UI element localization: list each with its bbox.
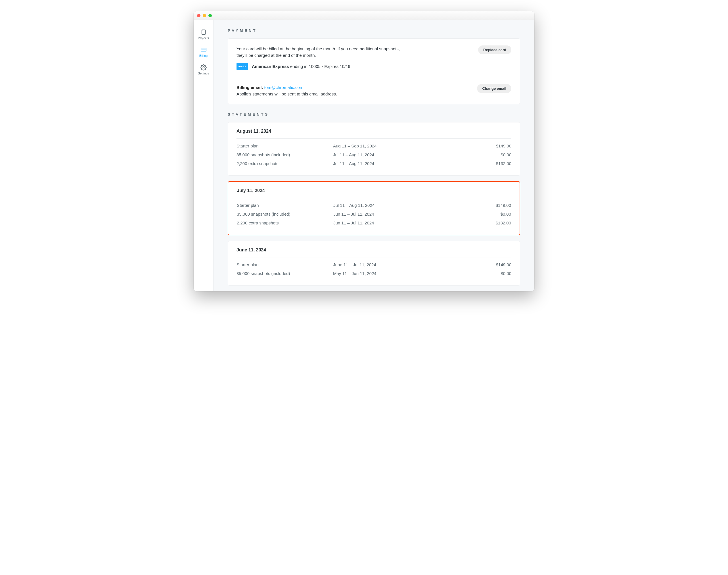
line-amount: $132.00: [477, 221, 511, 225]
statement-line: 2,200 extra snapshotsJul 11 – Aug 11, 20…: [236, 159, 511, 168]
line-description: Starter plan: [236, 262, 333, 267]
statement-card[interactable]: June 11, 2024Starter planJune 11 – Jul 1…: [228, 241, 520, 285]
statement-rows: Starter planAug 11 – Sep 11, 2024$149.00…: [228, 139, 520, 175]
card-on-file: AMEX American Express ending in 10005 - …: [236, 63, 407, 70]
statement-line: Starter planJul 11 – Aug 11, 2024$149.00: [237, 201, 511, 210]
line-description: 2,200 extra snapshots: [237, 221, 333, 225]
change-email-button[interactable]: Change email: [477, 84, 511, 93]
statement-date: August 11, 2024: [228, 123, 520, 138]
main-content: PAYMENT Your card will be billed at the …: [214, 20, 534, 291]
line-amount: $132.00: [477, 161, 511, 166]
billing-email-note: Apollo's statements will be sent to this…: [236, 91, 337, 97]
statement-rows: Starter planJul 11 – Aug 11, 2024$149.00…: [228, 198, 520, 235]
line-period: Jul 11 – Aug 11, 2024: [333, 152, 477, 157]
statement-card[interactable]: August 11, 2024Starter planAug 11 – Sep …: [228, 122, 520, 176]
payment-heading: PAYMENT: [228, 28, 520, 33]
sidebar-item-projects[interactable]: Projects: [194, 26, 213, 43]
billing-email-link[interactable]: tom@chromatic.com: [264, 85, 303, 90]
line-period: May 11 – Jun 11, 2024: [333, 271, 477, 276]
statements-list: August 11, 2024Starter planAug 11 – Sep …: [228, 122, 520, 285]
gear-icon: [201, 64, 207, 70]
card-suffix: ending in 10005 - Expires 10/19: [289, 64, 350, 69]
svg-rect-1: [201, 48, 206, 52]
line-amount: $0.00: [477, 271, 511, 276]
statement-date: July 11, 2024: [228, 182, 520, 198]
billing-email-label: Billing email:: [236, 85, 264, 90]
projects-icon: [201, 29, 207, 35]
line-amount: $149.00: [477, 143, 511, 148]
card-icon: [201, 46, 207, 53]
line-period: Jun 11 – Jul 11, 2024: [333, 221, 477, 225]
payment-card-section-email: Billing email: tom@chromatic.com Apollo'…: [228, 77, 520, 104]
statement-line: 35,000 snapshots (included)Jun 11 – Jul …: [237, 210, 511, 218]
replace-card-button[interactable]: Replace card: [478, 45, 511, 54]
line-period: Jul 11 – Aug 11, 2024: [333, 161, 477, 166]
statement-line: 2,200 extra snapshotsJun 11 – Jul 11, 20…: [237, 218, 511, 227]
line-amount: $149.00: [477, 262, 511, 267]
amex-icon: AMEX: [236, 63, 248, 70]
line-amount: $0.00: [477, 212, 511, 216]
minimize-icon[interactable]: [203, 14, 206, 17]
card-brand: American Express: [252, 64, 289, 69]
statement-card[interactable]: July 11, 2024Starter planJul 11 – Aug 11…: [228, 181, 520, 235]
card-on-file-text: American Express ending in 10005 - Expir…: [252, 64, 350, 69]
line-period: Jul 11 – Aug 11, 2024: [333, 203, 477, 208]
statements-heading: STATEMENTS: [228, 112, 520, 116]
billing-email-row: Billing email: tom@chromatic.com: [236, 84, 337, 91]
sidebar-item-label: Settings: [198, 72, 209, 75]
sidebar-item-label: Projects: [198, 36, 209, 40]
statement-rows: Starter planJune 11 – Jul 11, 2024$149.0…: [228, 258, 520, 285]
payment-card: Your card will be billed at the beginnin…: [228, 38, 520, 104]
line-period: June 11 – Jul 11, 2024: [333, 262, 477, 267]
line-description: 35,000 snapshots (included): [236, 271, 333, 276]
line-description: 35,000 snapshots (included): [237, 212, 333, 216]
sidebar-item-billing[interactable]: Billing: [194, 43, 213, 61]
line-description: Starter plan: [236, 143, 333, 148]
svg-rect-0: [202, 30, 205, 35]
maximize-icon[interactable]: [208, 14, 212, 17]
titlebar: [194, 11, 534, 20]
line-description: 2,200 extra snapshots: [236, 161, 333, 166]
svg-point-2: [203, 66, 205, 68]
line-period: Aug 11 – Sep 11, 2024: [333, 143, 477, 148]
sidebar-item-label: Billing: [199, 54, 208, 57]
line-description: 35,000 snapshots (included): [236, 152, 333, 157]
sidebar-item-settings[interactable]: Settings: [194, 61, 213, 78]
line-amount: $149.00: [477, 203, 511, 208]
app-window: Projects Billing Settings PAYMENT: [194, 11, 534, 291]
line-amount: $0.00: [477, 152, 511, 157]
payment-card-section-card: Your card will be billed at the beginnin…: [228, 39, 520, 77]
statement-date: June 11, 2024: [228, 241, 520, 257]
payment-blurb: Your card will be billed at the beginnin…: [236, 45, 407, 59]
line-description: Starter plan: [237, 203, 333, 208]
line-period: Jun 11 – Jul 11, 2024: [333, 212, 477, 216]
statement-line: 35,000 snapshots (included)Jul 11 – Aug …: [236, 150, 511, 159]
sidebar: Projects Billing Settings: [194, 20, 214, 291]
statement-line: Starter planJune 11 – Jul 11, 2024$149.0…: [236, 260, 511, 269]
close-icon[interactable]: [197, 14, 201, 17]
statement-line: 35,000 snapshots (included)May 11 – Jun …: [236, 269, 511, 278]
statement-line: Starter planAug 11 – Sep 11, 2024$149.00: [236, 141, 511, 150]
